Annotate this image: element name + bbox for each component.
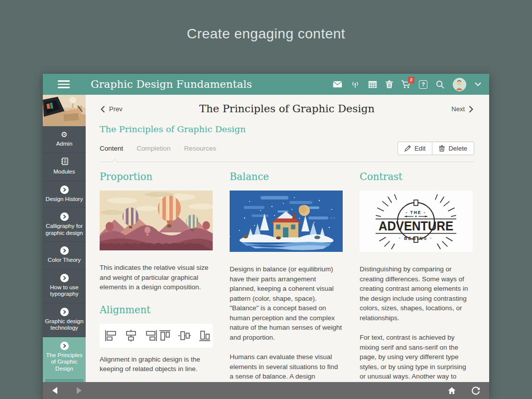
chevron-circle-icon (60, 246, 69, 255)
trash-icon (439, 145, 445, 152)
search-icon[interactable] (436, 80, 444, 89)
chevron-left-icon (101, 106, 105, 113)
sidebar-item-label: Admin (56, 141, 73, 147)
user-avatar[interactable] (453, 78, 466, 91)
refresh-button[interactable] (472, 387, 480, 395)
sidebar-item-color-theory[interactable]: Color Theory (43, 242, 86, 269)
alignment-icons-box (100, 324, 213, 348)
active-tab-notch (112, 159, 118, 166)
lesson-nav-title: The Principles of Graphic Design (100, 99, 474, 115)
tab-completion[interactable]: Completion (136, 145, 170, 152)
align-middle-vertical-icon (178, 329, 192, 342)
alignment-text: Alignment in graphic design is the keepi… (100, 355, 213, 374)
lesson-heading: The Principles of Graphic Design (100, 124, 474, 134)
lesson-columns: Proportion (100, 171, 474, 399)
sidebar-item-typography[interactable]: How to use typography (43, 269, 86, 303)
proportion-text: This indicates the relative visual size … (100, 263, 213, 292)
cart-badge: 2 (408, 77, 414, 83)
screen: Create engaging content Graphic Design F… (0, 0, 532, 399)
column-contrast: Contrast - THE - (360, 171, 473, 399)
trash-icon[interactable] (386, 80, 393, 88)
app-bar: Graphic Design Fundamentals (43, 74, 489, 95)
course-sidebar: ⚙ Admin Modules Design History Calligrap… (43, 95, 86, 399)
sidebar-item-calligraphy[interactable]: Calligraphy for graphic design (43, 208, 86, 242)
help-icon[interactable]: ? (419, 80, 427, 89)
lesson-pager: Prev The Principles of Graphic Design Ne… (100, 99, 474, 120)
chevron-circle-icon (60, 342, 69, 350)
browser-nav-bar (43, 382, 489, 399)
svg-text:- THE -: - THE - (405, 210, 426, 215)
course-title: Graphic Design Fundamentals (91, 78, 252, 90)
sidebar-item-label: The Principles of Graphic Design (46, 352, 83, 372)
menu-icon[interactable] (58, 80, 70, 88)
lesson-actions: Edit Delete (398, 142, 474, 155)
page-title: Create engaging content (0, 26, 532, 42)
align-top-icon (158, 329, 172, 342)
contrast-heading: Contrast (360, 171, 473, 183)
broadcast-icon[interactable] (351, 81, 360, 88)
sidebar-item-label: Calligraphy for graphic design (46, 223, 83, 236)
grid-icon[interactable] (368, 81, 377, 88)
sidebar-item-label: Modules (53, 169, 75, 175)
sidebar-item-label: Graphic design technology (45, 318, 83, 331)
sidebar-item-label: How to use typography (50, 284, 79, 297)
align-right-icon (144, 329, 158, 342)
cart-icon[interactable]: 2 (401, 80, 410, 89)
sidebar-item-label: Design History (46, 196, 83, 202)
align-left-icon (104, 329, 118, 342)
mail-icon[interactable] (333, 81, 342, 88)
alignment-heading: Alignment (100, 304, 213, 316)
next-button[interactable]: Next (451, 105, 473, 113)
prev-button[interactable]: Prev (101, 105, 123, 113)
sidebar-item-admin[interactable]: ⚙ Admin (43, 126, 86, 153)
align-bottom-icon (198, 329, 212, 342)
tab-resources[interactable]: Resources (184, 145, 217, 152)
delete-button[interactable]: Delete (432, 142, 474, 155)
sidebar-item-modules[interactable]: Modules (43, 153, 86, 181)
align-center-horizontal-icon (124, 329, 138, 342)
proportion-image (100, 191, 213, 250)
chevron-circle-icon (60, 274, 69, 282)
back-button[interactable] (51, 386, 58, 395)
chevron-right-icon (469, 106, 473, 113)
svg-text:· BEGINS ·: · BEGINS · (399, 236, 433, 241)
sidebar-item-label: Color Theory (48, 257, 81, 263)
chevron-circle-icon (60, 212, 69, 221)
edit-button[interactable]: Edit (398, 142, 432, 155)
contrast-image: - THE - ADVENTURE · BEGINS · (360, 191, 473, 252)
home-button[interactable] (448, 387, 456, 395)
chevron-circle-icon (60, 186, 69, 194)
pencil-icon (404, 145, 411, 152)
svg-text:ADVENTURE: ADVENTURE (379, 219, 453, 233)
balance-para1: Designs in balance (or equilibrium) have… (230, 264, 343, 342)
sidebar-item-principles[interactable]: The Principles of Graphic Design (43, 337, 86, 378)
column-balance: Balance (230, 171, 343, 399)
forward-button[interactable] (76, 386, 83, 395)
balance-image (230, 191, 343, 252)
tab-content[interactable]: Content (100, 145, 123, 152)
book-icon (44, 158, 84, 167)
balance-heading: Balance (230, 171, 343, 183)
course-thumbnail[interactable] (43, 95, 86, 126)
sidebar-item-design-history[interactable]: Design History (43, 181, 86, 208)
sidebar-item-technology[interactable]: Graphic design technology (43, 303, 86, 337)
chevron-circle-icon (60, 308, 69, 316)
lesson-tabs: Content Completion Resources Edit Delete (100, 142, 474, 162)
column-proportion: Proportion (100, 171, 213, 399)
contrast-para1: Distinguishing by comparing or creating … (360, 264, 473, 323)
app-window: Graphic Design Fundamentals (43, 74, 489, 399)
lesson-main: Prev The Principles of Graphic Design Ne… (86, 95, 489, 399)
appbar-icons: 2 ? (333, 78, 481, 91)
chevron-down-icon[interactable] (475, 82, 481, 86)
proportion-heading: Proportion (100, 171, 213, 183)
gear-icon: ⚙ (44, 131, 84, 139)
